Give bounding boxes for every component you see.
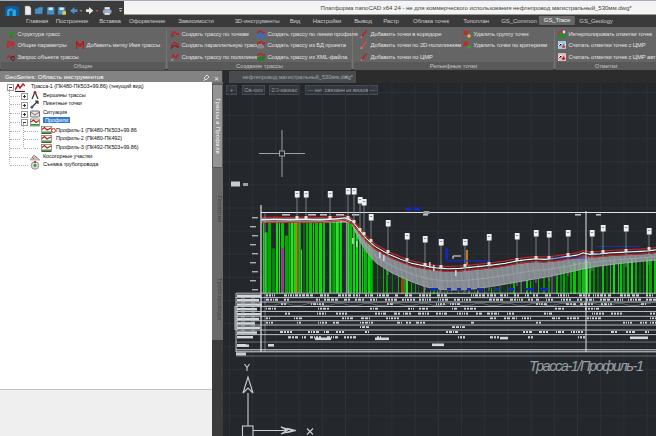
- svg-text:Трасса-1/Профиль-1: Трасса-1/Профиль-1: [529, 358, 644, 374]
